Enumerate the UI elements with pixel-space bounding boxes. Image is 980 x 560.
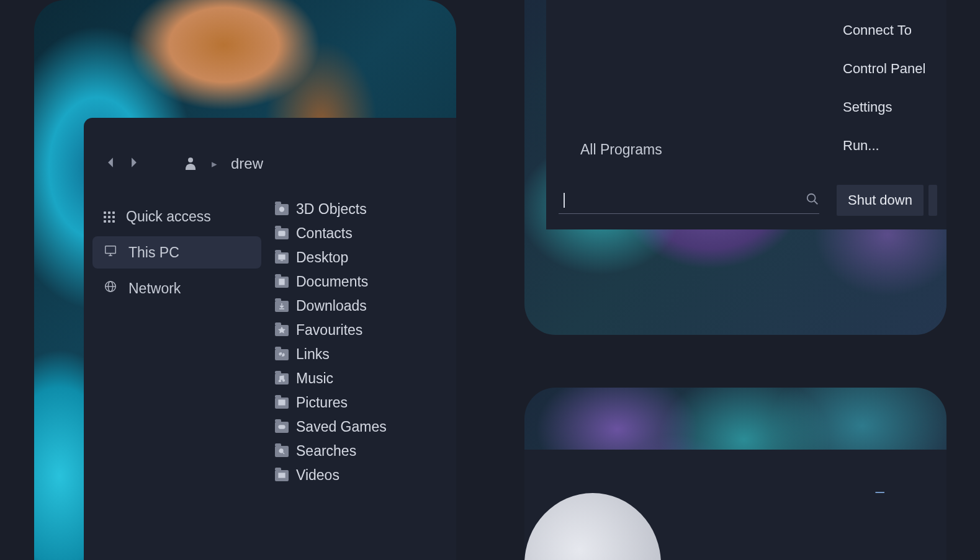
sidebar-item-quick-access[interactable]: Quick access <box>92 201 261 233</box>
folder-item[interactable]: Contacts <box>275 221 456 246</box>
monitor-icon <box>104 244 117 261</box>
folder-icon <box>275 325 289 336</box>
svg-rect-9 <box>279 255 285 259</box>
folder-item[interactable]: Music <box>275 367 456 391</box>
folder-icon <box>275 446 289 457</box>
right-top-preview-panel: All Programs Connect To Control Panel Se… <box>524 0 946 335</box>
folder-label: Favourites <box>296 322 362 339</box>
explorer-sidebar: Quick access This PC Network <box>84 197 270 487</box>
folder-label: Desktop <box>296 249 348 266</box>
decorative-blob <box>524 493 661 560</box>
folder-item[interactable]: Pictures <box>275 391 456 415</box>
sidebar-item-label: Quick access <box>126 208 211 225</box>
right-bottom-preview-panel: – <box>524 388 946 560</box>
folder-label: Videos <box>296 467 339 484</box>
folder-item[interactable]: Links <box>275 342 456 367</box>
nav-forward-button[interactable] <box>128 156 140 172</box>
shutdown-options-button[interactable] <box>928 185 937 216</box>
svg-point-0 <box>188 158 193 162</box>
svg-rect-8 <box>279 231 285 236</box>
explorer-folder-list: 3D ObjectsContactsDesktopDocumentsDownlo… <box>270 197 456 487</box>
folder-label: Links <box>296 346 330 363</box>
menu-item-connect-to[interactable]: Connect To <box>832 11 946 50</box>
folder-icon <box>275 470 289 481</box>
svg-line-23 <box>814 200 818 204</box>
start-menu-right-pane: Connect To Control Panel Settings Run...… <box>832 0 946 229</box>
folder-label: Downloads <box>296 298 367 314</box>
folder-item[interactable]: Favourites <box>275 318 456 342</box>
shutdown-button[interactable]: Shut down <box>837 185 924 216</box>
folder-item[interactable]: Documents <box>275 270 456 294</box>
folder-item[interactable]: 3D Objects <box>275 197 456 221</box>
file-explorer-window: ▸ drew Quick access This PC <box>84 118 456 560</box>
folder-icon <box>275 301 289 312</box>
nav-back-button[interactable] <box>105 156 116 172</box>
menu-item-settings[interactable]: Settings <box>832 88 946 127</box>
chevron-left-icon <box>106 157 115 168</box>
folder-label: 3D Objects <box>296 201 367 218</box>
breadcrumb-separator-icon: ▸ <box>212 158 217 171</box>
folder-label: Documents <box>296 273 368 290</box>
user-icon <box>183 155 198 172</box>
folder-item[interactable]: Downloads <box>275 294 456 318</box>
svg-point-22 <box>807 193 816 202</box>
grid-icon <box>104 211 115 223</box>
folder-icon <box>275 373 289 384</box>
folder-label: Music <box>296 370 333 387</box>
left-preview-panel: ▸ drew Quick access This PC <box>34 0 456 560</box>
app-window: – <box>524 450 946 560</box>
folder-icon <box>275 228 289 239</box>
folder-icon <box>275 398 289 409</box>
svg-rect-16 <box>279 425 285 429</box>
svg-rect-1 <box>106 246 116 254</box>
menu-item-run[interactable]: Run... <box>832 127 946 165</box>
folder-label: Pictures <box>296 394 348 411</box>
sidebar-item-network[interactable]: Network <box>92 272 261 304</box>
folder-label: Contacts <box>296 225 353 242</box>
minimize-button[interactable]: – <box>876 482 884 501</box>
start-search-row <box>559 187 819 214</box>
chevron-right-icon <box>130 157 138 168</box>
folder-label: Searches <box>296 443 356 460</box>
start-search-input[interactable] <box>565 189 806 211</box>
explorer-nav-bar: ▸ drew <box>84 136 456 197</box>
folder-item[interactable]: Saved Games <box>275 415 456 439</box>
start-menu: All Programs Connect To Control Panel Se… <box>546 0 946 229</box>
folder-icon <box>275 277 289 288</box>
breadcrumb-user[interactable]: drew <box>231 155 263 172</box>
svg-line-20 <box>283 452 285 454</box>
menu-item-control-panel[interactable]: Control Panel <box>832 50 946 88</box>
svg-point-19 <box>279 449 283 453</box>
globe-icon <box>104 280 117 297</box>
folder-icon <box>275 252 289 264</box>
sidebar-item-label: This PC <box>128 244 179 261</box>
start-menu-left-pane: All Programs <box>546 0 832 229</box>
folder-item[interactable]: Desktop <box>275 246 456 270</box>
folder-icon <box>275 204 289 215</box>
all-programs-button[interactable]: All Programs <box>580 141 662 158</box>
folder-label: Saved Games <box>296 419 387 435</box>
folder-item[interactable]: Videos <box>275 463 456 487</box>
search-icon <box>806 192 819 208</box>
sidebar-item-label: Network <box>128 280 181 297</box>
folder-item[interactable]: Searches <box>275 439 456 463</box>
folder-icon <box>275 349 289 360</box>
folder-icon <box>275 422 289 433</box>
svg-point-7 <box>280 207 284 211</box>
sidebar-item-this-pc[interactable]: This PC <box>92 236 261 269</box>
